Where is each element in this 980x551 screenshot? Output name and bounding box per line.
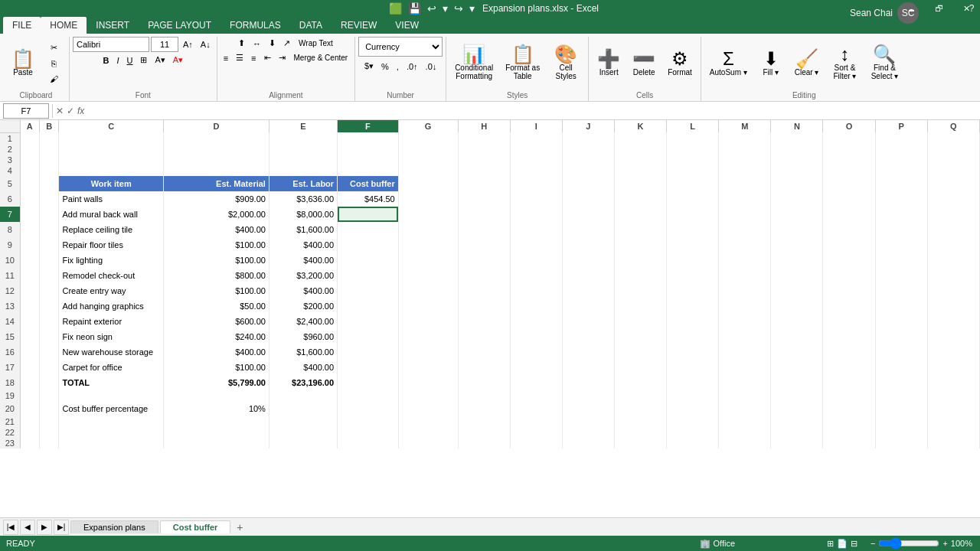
cell-A13[interactable] bbox=[39, 298, 58, 314]
cell-E5[interactable]: Cost buffer bbox=[338, 176, 399, 191]
col-I[interactable]: I bbox=[510, 120, 562, 132]
cell-B19[interactable] bbox=[59, 390, 164, 401]
prev-sheet-btn[interactable]: ◀ bbox=[20, 520, 35, 535]
cell-I6[interactable] bbox=[562, 191, 614, 207]
cell-D23[interactable] bbox=[269, 438, 337, 448]
cell-I23[interactable] bbox=[562, 438, 614, 448]
cell-L21[interactable] bbox=[719, 416, 771, 427]
cell-F18[interactable] bbox=[398, 375, 458, 390]
cell-H7[interactable] bbox=[510, 207, 562, 222]
cell-P5[interactable] bbox=[927, 176, 979, 191]
cell-F5[interactable] bbox=[398, 176, 458, 191]
cell-L5[interactable] bbox=[719, 176, 771, 191]
cell-A23[interactable] bbox=[39, 438, 58, 448]
cell-E2[interactable] bbox=[338, 144, 399, 155]
cell-C18[interactable]: $5,799.00 bbox=[163, 375, 269, 390]
cell-O6[interactable] bbox=[875, 191, 927, 207]
cell-P6[interactable] bbox=[927, 191, 979, 207]
cell-M15[interactable] bbox=[771, 329, 823, 344]
cell-F7[interactable] bbox=[398, 207, 458, 222]
cell-M14[interactable] bbox=[771, 314, 823, 329]
cell-P7[interactable] bbox=[927, 207, 979, 222]
cell-12[interactable] bbox=[20, 283, 39, 298]
cell-G18[interactable] bbox=[458, 375, 510, 390]
cell-P1[interactable] bbox=[927, 132, 979, 144]
cell-A20[interactable] bbox=[39, 401, 58, 416]
col-A[interactable]: A bbox=[20, 120, 39, 132]
cell-H17[interactable] bbox=[510, 360, 562, 375]
cell-D13[interactable]: $200.00 bbox=[269, 298, 337, 314]
row-header-17[interactable]: 17 bbox=[0, 360, 20, 375]
cell-reference-box[interactable] bbox=[3, 103, 49, 119]
cell-O18[interactable] bbox=[875, 375, 927, 390]
cell-C11[interactable]: $800.00 bbox=[163, 268, 269, 283]
cell-M19[interactable] bbox=[771, 390, 823, 401]
wrap-text-btn[interactable]: Wrap Text bbox=[295, 37, 337, 49]
cell-I3[interactable] bbox=[562, 155, 614, 165]
cell-7[interactable] bbox=[20, 207, 39, 222]
paste-button[interactable]: 📋 Paste bbox=[6, 37, 40, 89]
cell-J5[interactable] bbox=[614, 176, 666, 191]
col-E[interactable]: E bbox=[269, 120, 337, 132]
cell-F21[interactable] bbox=[398, 416, 458, 427]
comma-btn[interactable]: , bbox=[394, 60, 402, 73]
cell-P3[interactable] bbox=[927, 155, 979, 165]
cell-H21[interactable] bbox=[510, 416, 562, 427]
cell-O3[interactable] bbox=[875, 155, 927, 165]
cell-9[interactable] bbox=[20, 237, 39, 253]
cell-I9[interactable] bbox=[562, 237, 614, 253]
tab-insert[interactable]: INSERT bbox=[87, 17, 139, 34]
cell-K16[interactable] bbox=[667, 344, 719, 360]
cell-A11[interactable] bbox=[39, 268, 58, 283]
cell-O16[interactable] bbox=[875, 344, 927, 360]
cell-M21[interactable] bbox=[771, 416, 823, 427]
cell-B7[interactable]: Add mural back wall bbox=[59, 207, 164, 222]
cell-A19[interactable] bbox=[39, 390, 58, 401]
cell-P9[interactable] bbox=[927, 237, 979, 253]
cell-K3[interactable] bbox=[667, 155, 719, 165]
cell-P11[interactable] bbox=[927, 268, 979, 283]
cell-P10[interactable] bbox=[927, 253, 979, 268]
cell-A12[interactable] bbox=[39, 283, 58, 298]
cell-D11[interactable]: $3,200.00 bbox=[269, 268, 337, 283]
cell-I13[interactable] bbox=[562, 298, 614, 314]
cell-B23[interactable] bbox=[59, 438, 164, 448]
cell-A16[interactable] bbox=[39, 344, 58, 360]
cell-H8[interactable] bbox=[510, 222, 562, 237]
cell-G7[interactable] bbox=[458, 207, 510, 222]
cell-P4[interactable] bbox=[927, 165, 979, 176]
cell-H1[interactable] bbox=[510, 132, 562, 144]
cell-6[interactable] bbox=[20, 191, 39, 207]
cell-H19[interactable] bbox=[510, 390, 562, 401]
cell-P14[interactable] bbox=[927, 314, 979, 329]
cell-A18[interactable] bbox=[39, 375, 58, 390]
row-header-23[interactable]: 23 bbox=[0, 438, 20, 448]
cell-M9[interactable] bbox=[771, 237, 823, 253]
cell-H15[interactable] bbox=[510, 329, 562, 344]
cell-H13[interactable] bbox=[510, 298, 562, 314]
spreadsheet-container[interactable]: A B C D E F G H I J K L M N O P Q bbox=[0, 120, 980, 500]
row-header-22[interactable]: 22 bbox=[0, 427, 20, 438]
redo-btn[interactable]: ↪ bbox=[452, 1, 465, 16]
cell-I11[interactable] bbox=[562, 268, 614, 283]
accounting-format-btn[interactable]: $▾ bbox=[361, 60, 377, 73]
row-header-8[interactable]: 8 bbox=[0, 222, 20, 237]
cell-M13[interactable] bbox=[771, 298, 823, 314]
cell-L20[interactable] bbox=[719, 401, 771, 416]
cell-N14[interactable] bbox=[823, 314, 875, 329]
cell-F6[interactable] bbox=[398, 191, 458, 207]
cell-C12[interactable]: $100.00 bbox=[163, 283, 269, 298]
cell-D18[interactable]: $23,196.00 bbox=[269, 375, 337, 390]
row-header-15[interactable]: 15 bbox=[0, 329, 20, 344]
cell-G21[interactable] bbox=[458, 416, 510, 427]
fill-color-btn[interactable]: A▾ bbox=[152, 54, 168, 67]
cell-D5[interactable]: Est. Labor bbox=[269, 176, 337, 191]
cell-B15[interactable]: Fix neon sign bbox=[59, 329, 164, 344]
cell-C20[interactable]: 10% bbox=[163, 401, 269, 416]
cell-D16[interactable]: $1,600.00 bbox=[269, 344, 337, 360]
cell-O15[interactable] bbox=[875, 329, 927, 344]
cell-G4[interactable] bbox=[458, 165, 510, 176]
cell-G12[interactable] bbox=[458, 283, 510, 298]
cell-F9[interactable] bbox=[398, 237, 458, 253]
cell-O12[interactable] bbox=[875, 283, 927, 298]
